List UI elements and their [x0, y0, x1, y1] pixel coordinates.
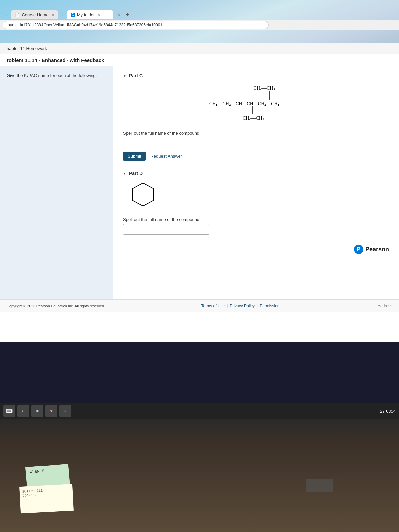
browser-icon: ●	[64, 408, 66, 414]
breadcrumb-text: hapter 11 Homework	[7, 46, 47, 51]
part-c-spell-label: Spell out the full name of the compound.	[123, 131, 389, 136]
svg-text:CH₂—CH₃: CH₂—CH₃	[243, 116, 264, 121]
app3-icon: ♥	[50, 409, 52, 413]
app1-icon: a	[22, 409, 25, 413]
tab1-favicon: 📄	[15, 13, 20, 17]
permissions-link[interactable]: Permissions	[260, 304, 281, 308]
taskbar-app1[interactable]: a	[17, 405, 29, 417]
problem-title: roblem 11.14 - Enhanced - with Feedback	[0, 54, 399, 66]
pearson-brand-label: Pearson	[365, 246, 389, 253]
part-c-btn-row: Submit Request Answer	[123, 152, 389, 161]
svg-marker-5	[132, 183, 154, 206]
pearson-p-icon: P	[354, 245, 363, 254]
taskbar-browser-icon[interactable]: ●	[59, 405, 71, 417]
content-layout: Give the IUPAC name for each of the foll…	[0, 66, 399, 299]
taskbar-time: 27 6354	[380, 409, 396, 414]
taskbar-app2[interactable]: ■	[31, 405, 43, 417]
part-c-header: ▼ Part C	[123, 73, 389, 78]
new-tab-button[interactable]: × +	[115, 10, 132, 20]
sep1: |	[227, 304, 228, 308]
problem-title-text: roblem 11.14 - Enhanced - with Feedback	[7, 57, 104, 63]
cyclohexane-svg	[130, 181, 156, 211]
tab2-close-btn-outer[interactable]: ×	[59, 12, 65, 18]
part-c-section: ▼ Part C CH₂—CH₃ CH₃—CH₂—CH—CH—CH₂—CH₃	[123, 73, 389, 161]
part-d-answer-input[interactable]	[123, 224, 209, 235]
part-c-structure: CH₂—CH₃ CH₃—CH₂—CH—CH—CH₂—CH₃ CH₂—CH₃	[123, 84, 389, 127]
search-icon: ⌨	[6, 408, 13, 414]
instruction-text: Give the IUPAC name for each of the foll…	[7, 73, 106, 78]
part-c-collapse-icon[interactable]: ▼	[123, 74, 126, 78]
new-tab-icon: +	[126, 11, 129, 18]
svg-text:CH₃—CH₂—CH—CH—CH₂—CH₃: CH₃—CH₂—CH—CH—CH₂—CH₃	[209, 101, 280, 106]
desk-note-yellow: 1617 # d221 bonkers	[19, 484, 74, 513]
pearson-branding: P Pearson	[123, 245, 389, 254]
part-c-request-label: Request Answer	[150, 154, 182, 159]
tab2-label: My folder	[77, 12, 95, 17]
part-c-submit-label: Submit	[128, 154, 141, 159]
footer-copyright: Copyright © 2023 Pearson Education Inc. …	[7, 304, 105, 308]
close-icon-x: ×	[117, 11, 121, 18]
part-d-header: ▼ Part D	[123, 171, 389, 176]
part-d-structure	[130, 181, 389, 212]
address-label: Address	[378, 304, 392, 308]
footer-links: Terms of Use | Privacy Policy | Permissi…	[201, 304, 282, 308]
tab2-close-icon[interactable]: ×	[98, 13, 100, 17]
left-panel: Give the IUPAC name for each of the foll…	[0, 66, 113, 299]
tab-my-folder[interactable]: C My folder ×	[67, 10, 113, 19]
address-label-container: Address	[378, 304, 392, 308]
svg-text:CH₂—CH₃: CH₂—CH₃	[254, 86, 275, 91]
tab1-label: Course Home	[22, 12, 48, 17]
tab1-close-btn[interactable]: ×	[3, 12, 9, 18]
breadcrumb: hapter 11 Homework	[0, 43, 399, 54]
terms-link[interactable]: Terms of Use	[201, 304, 225, 308]
desk-note-1-text: SCIENCE	[28, 469, 45, 474]
taskbar: ⌨ a ■ ♥ ● 27 6354	[0, 403, 399, 419]
time-display: 27 6354	[380, 409, 396, 414]
part-d-spell-label: Spell out the full name of the compound.	[123, 217, 389, 222]
browser-chrome: × 📄 Course Home × × C My folder × × + ou…	[0, 10, 399, 30]
part-c-answer-input[interactable]	[123, 138, 209, 148]
part-c-structure-svg: CH₂—CH₃ CH₃—CH₂—CH—CH—CH₂—CH₃ CH₂—CH₃	[200, 84, 313, 124]
part-d-collapse-icon[interactable]: ▼	[123, 172, 126, 175]
address-text: ourseld=17811238&OpenVellumHMAC=b94d174c…	[8, 23, 162, 27]
tab1-close-icon[interactable]: ×	[52, 13, 54, 17]
pearson-logo: P Pearson	[354, 245, 389, 254]
address-bar[interactable]: ourseld=17811238&OpenVellumHMAC=b94d174c…	[3, 21, 269, 29]
page-footer: Copyright © 2023 Pearson Education Inc. …	[0, 299, 399, 312]
right-panel: ▼ Part C CH₂—CH₃ CH₃—CH₂—CH—CH—CH₂—CH₃	[113, 66, 399, 299]
tab-bar: × 📄 Course Home × × C My folder × × +	[0, 10, 399, 20]
part-d-label: Part D	[129, 171, 143, 176]
taskbar-app3[interactable]: ♥	[45, 405, 57, 417]
tab2-favicon: C	[71, 13, 75, 17]
part-c-request-link[interactable]: Request Answer	[150, 154, 182, 159]
sep2: |	[257, 304, 258, 308]
tab-course-home[interactable]: 📄 Course Home ×	[11, 10, 58, 19]
address-bar-row: ourseld=17811238&OpenVellumHMAC=b94d174c…	[0, 20, 399, 30]
part-c-label: Part C	[129, 73, 143, 78]
part-c-submit-button[interactable]: Submit	[123, 152, 146, 161]
app2-icon: ■	[36, 409, 38, 413]
privacy-link[interactable]: Privacy Policy	[230, 304, 255, 308]
main-content: hapter 11 Homework roblem 11.14 - Enhanc…	[0, 43, 399, 342]
part-d-section: ▼ Part D Spell out the full name of the …	[123, 171, 389, 235]
copyright-text: Copyright © 2023 Pearson Education Inc. …	[7, 304, 105, 308]
desk-object-glasses	[306, 479, 332, 492]
desk-area: SCIENCE 1617 # d221 bonkers	[0, 419, 399, 532]
taskbar-search-btn[interactable]: ⌨	[3, 405, 15, 417]
